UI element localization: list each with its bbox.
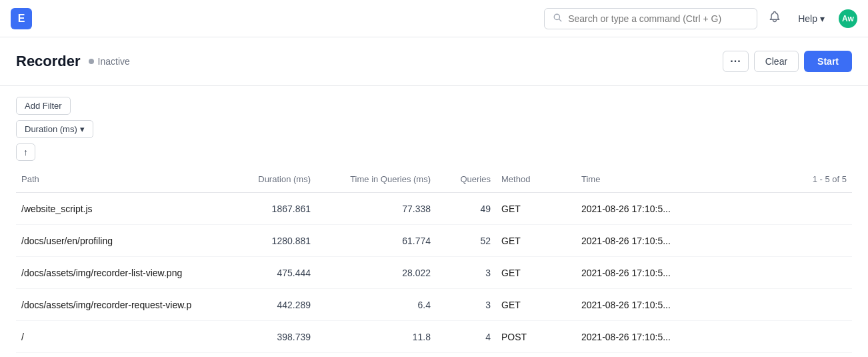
chevron-down-icon: ▾ <box>820 13 825 24</box>
cell-method: POST <box>496 329 576 345</box>
nav-left: E <box>11 8 32 29</box>
cell-duration: 1280.881 <box>229 233 316 249</box>
table-container: Path Duration (ms) Time in Queries (ms) … <box>16 166 852 353</box>
help-label: Help <box>798 13 817 24</box>
cell-duration: 1867.861 <box>229 201 316 217</box>
page-title-area: Recorder Inactive <box>16 53 130 70</box>
avatar[interactable]: Aw <box>839 9 857 28</box>
table-row[interactable]: /docs/assets/img/recorder-list-view.png … <box>16 257 852 289</box>
page-title: Recorder <box>16 53 81 70</box>
status-badge: Inactive <box>89 56 130 67</box>
cell-time-queries: 11.8 <box>316 329 436 345</box>
search-input[interactable] <box>568 13 749 24</box>
cell-method: GET <box>496 297 576 313</box>
cell-queries: 52 <box>436 233 496 249</box>
svg-line-1 <box>559 19 561 21</box>
duration-filter-label: Duration (ms) <box>25 124 77 134</box>
status-label: Inactive <box>98 56 130 67</box>
cell-time: 2021-08-26 17:10:5... <box>576 201 709 217</box>
cell-path: /website_script.js <box>16 201 229 217</box>
table-row[interactable]: /website_script.js 1867.861 77.338 49 GE… <box>16 193 852 225</box>
cell-queries: 3 <box>436 265 496 281</box>
cell-duration: 475.444 <box>229 265 316 281</box>
add-filter-button[interactable]: Add Filter <box>16 97 71 115</box>
cell-path: /docs/assets/img/recorder-request-view.p <box>16 297 229 313</box>
cell-time: 2021-08-26 17:10:5... <box>576 233 709 249</box>
table-row[interactable]: /docs/assets/img/recorder-request-view.p… <box>16 289 852 321</box>
col-time: Time <box>576 171 709 187</box>
cell-duration: 442.289 <box>229 297 316 313</box>
sort-button[interactable]: ↑ <box>16 143 35 161</box>
app-logo[interactable]: E <box>11 8 32 29</box>
clear-button[interactable]: Clear <box>754 51 799 72</box>
cell-duration: 398.739 <box>229 329 316 345</box>
status-dot <box>89 59 94 64</box>
sort-arrow-icon: ↑ <box>23 147 28 157</box>
more-options-button[interactable]: ··· <box>723 51 748 72</box>
cell-queries: 4 <box>436 329 496 345</box>
cell-queries: 49 <box>436 201 496 217</box>
sort-row: ↑ <box>16 143 852 161</box>
filter-row: Add Filter <box>16 97 852 115</box>
search-icon <box>553 13 563 25</box>
col-pagination: 1 - 5 of 5 <box>709 171 852 187</box>
cell-time: 2021-08-26 17:10:5... <box>576 329 709 345</box>
header-actions: ··· Clear Start <box>723 51 852 72</box>
cell-path: /docs/user/en/profiling <box>16 233 229 249</box>
cell-time-queries: 77.338 <box>316 201 436 217</box>
col-path: Path <box>16 171 229 187</box>
duration-filter-button[interactable]: Duration (ms) ▾ <box>16 120 93 138</box>
filter-duration-row: Duration (ms) ▾ <box>16 120 852 138</box>
cell-method: GET <box>496 233 576 249</box>
chevron-down-icon: ▾ <box>80 124 85 134</box>
cell-method: GET <box>496 201 576 217</box>
table-row[interactable]: /docs/user/en/profiling 1280.881 61.774 … <box>16 225 852 257</box>
col-queries: Queries <box>436 171 496 187</box>
cell-queries: 3 <box>436 297 496 313</box>
page-header: Recorder Inactive ··· Clear Start <box>0 37 868 86</box>
table-header: Path Duration (ms) Time in Queries (ms) … <box>16 166 852 193</box>
cell-method: GET <box>496 265 576 281</box>
cell-time-queries: 61.774 <box>316 233 436 249</box>
cell-time-queries: 28.022 <box>316 265 436 281</box>
cell-path: /docs/assets/img/recorder-list-view.png <box>16 265 229 281</box>
content-area: Add Filter Duration (ms) ▾ ↑ Path Durati… <box>0 86 868 357</box>
cell-path: / <box>16 329 229 345</box>
cell-time-queries: 6.4 <box>316 297 436 313</box>
col-time-queries: Time in Queries (ms) <box>316 171 436 187</box>
notifications-button[interactable] <box>765 7 784 29</box>
col-method: Method <box>496 171 576 187</box>
col-duration: Duration (ms) <box>229 171 316 187</box>
cell-time: 2021-08-26 17:10:5... <box>576 265 709 281</box>
search-bar[interactable] <box>544 8 757 29</box>
cell-time: 2021-08-26 17:10:5... <box>576 297 709 313</box>
help-button[interactable]: Help ▾ <box>792 10 831 27</box>
top-nav: E Help ▾ Aw <box>0 0 868 37</box>
start-button[interactable]: Start <box>804 51 852 72</box>
table-row[interactable]: / 398.739 11.8 4 POST 2021-08-26 17:10:5… <box>16 321 852 353</box>
nav-right: Help ▾ Aw <box>544 7 857 29</box>
